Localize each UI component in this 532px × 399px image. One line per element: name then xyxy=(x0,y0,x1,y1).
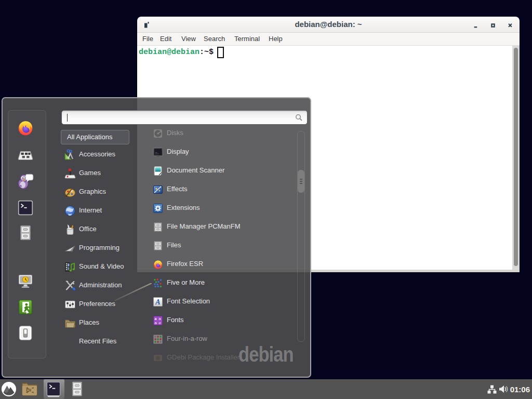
svg-text:a: a xyxy=(154,321,157,325)
svg-text:a: a xyxy=(159,321,161,325)
svg-text:A: A xyxy=(155,298,160,306)
